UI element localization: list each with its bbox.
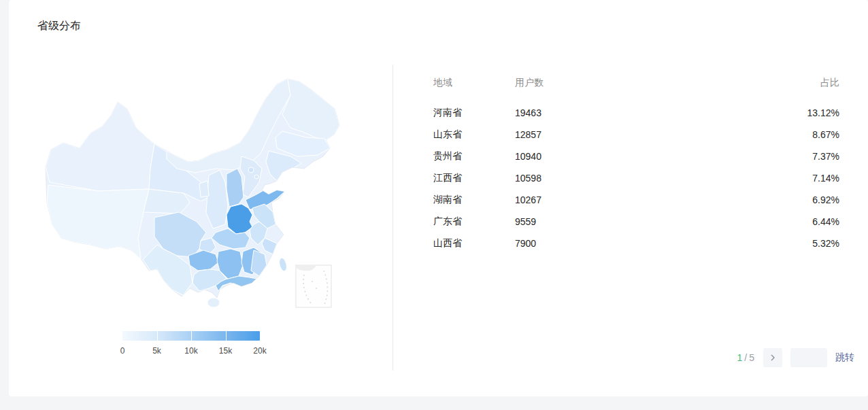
page-separator: / bbox=[744, 352, 748, 363]
map-region-henan[interactable] bbox=[227, 204, 252, 234]
total-pages: 5 bbox=[749, 352, 755, 363]
map-region-ningxia[interactable] bbox=[199, 181, 209, 197]
map-region-xinjiang[interactable] bbox=[46, 102, 154, 191]
panel-divider bbox=[393, 65, 393, 371]
south-china-sea-inset bbox=[296, 265, 331, 307]
map-region-fujian[interactable] bbox=[251, 250, 267, 276]
table-body: 河南省 19463 13.12% 山东省 12857 8.67% 贵州省 109… bbox=[433, 102, 839, 254]
page-jump-button[interactable]: 跳转 bbox=[835, 352, 854, 364]
legend-divider bbox=[191, 331, 192, 341]
map-region-taiwan[interactable] bbox=[278, 257, 288, 272]
cell-share: 6.44% bbox=[812, 216, 839, 227]
cell-users: 19463 bbox=[515, 107, 807, 118]
header-share: 占比 bbox=[820, 77, 839, 89]
map-region-beijing[interactable] bbox=[248, 167, 254, 173]
table-row: 江西省 10598 7.14% bbox=[433, 167, 839, 189]
map-region-tianjin[interactable] bbox=[254, 175, 258, 179]
table-row: 贵州省 10940 7.37% bbox=[433, 146, 839, 167]
legend-tick: 15k bbox=[219, 346, 232, 356]
next-page-button[interactable] bbox=[763, 348, 782, 367]
table-row: 河南省 19463 13.12% bbox=[433, 102, 839, 124]
cell-users: 10267 bbox=[515, 194, 812, 205]
legend-divider bbox=[226, 331, 227, 341]
province-distribution-card: 省级分布 bbox=[9, 0, 868, 396]
cell-region: 山东省 bbox=[433, 129, 515, 141]
table-row: 山东省 12857 8.67% bbox=[433, 124, 839, 146]
cell-share: 6.92% bbox=[812, 194, 839, 205]
table-row: 山西省 7900 5.32% bbox=[433, 233, 839, 254]
header-region: 地域 bbox=[433, 77, 515, 89]
legend-divider bbox=[157, 331, 158, 341]
map-legend-gradient-bar bbox=[122, 331, 260, 341]
china-choropleth-map bbox=[37, 67, 350, 320]
pagination: 1/5 跳转 bbox=[737, 348, 854, 367]
page-jump-input[interactable] bbox=[790, 348, 827, 367]
page-title: 省级分布 bbox=[37, 19, 81, 33]
cell-share: 5.32% bbox=[812, 238, 839, 249]
cell-users: 10940 bbox=[515, 151, 812, 162]
cell-share: 7.37% bbox=[812, 151, 839, 162]
current-page: 1 bbox=[737, 352, 744, 363]
chevron-right-icon bbox=[769, 354, 776, 361]
page-indicator: 1/5 bbox=[737, 352, 755, 363]
cell-users: 7900 bbox=[515, 238, 812, 249]
map-region-tibet[interactable] bbox=[47, 185, 149, 258]
cell-users: 10598 bbox=[515, 173, 812, 184]
cell-region: 湖南省 bbox=[433, 194, 515, 206]
region-table: 地域 用户数 占比 河南省 19463 13.12% 山东省 12857 8.6… bbox=[433, 76, 839, 254]
cell-share: 8.67% bbox=[812, 129, 839, 140]
cell-users: 9559 bbox=[515, 216, 812, 227]
legend-tick: 5k bbox=[152, 346, 161, 356]
cell-region: 广东省 bbox=[433, 216, 515, 228]
cell-share: 13.12% bbox=[807, 107, 839, 118]
cell-users: 12857 bbox=[515, 129, 812, 140]
map-legend-ticks: 0 5k 10k 15k 20k bbox=[122, 346, 260, 357]
cell-region: 江西省 bbox=[433, 172, 515, 184]
header-users: 用户数 bbox=[515, 77, 820, 89]
cell-share: 7.14% bbox=[812, 173, 839, 184]
table-header-row: 地域 用户数 占比 bbox=[433, 76, 839, 90]
table-row: 湖南省 10267 6.92% bbox=[433, 189, 839, 211]
legend-tick: 20k bbox=[253, 346, 266, 356]
legend-tick: 10k bbox=[184, 346, 197, 356]
legend-tick: 0 bbox=[120, 346, 125, 356]
map-region-hainan[interactable] bbox=[207, 298, 220, 307]
cell-region: 河南省 bbox=[433, 107, 515, 119]
cell-region: 贵州省 bbox=[433, 150, 515, 163]
cell-region: 山西省 bbox=[433, 237, 515, 250]
table-row: 广东省 9559 6.44% bbox=[433, 211, 839, 233]
